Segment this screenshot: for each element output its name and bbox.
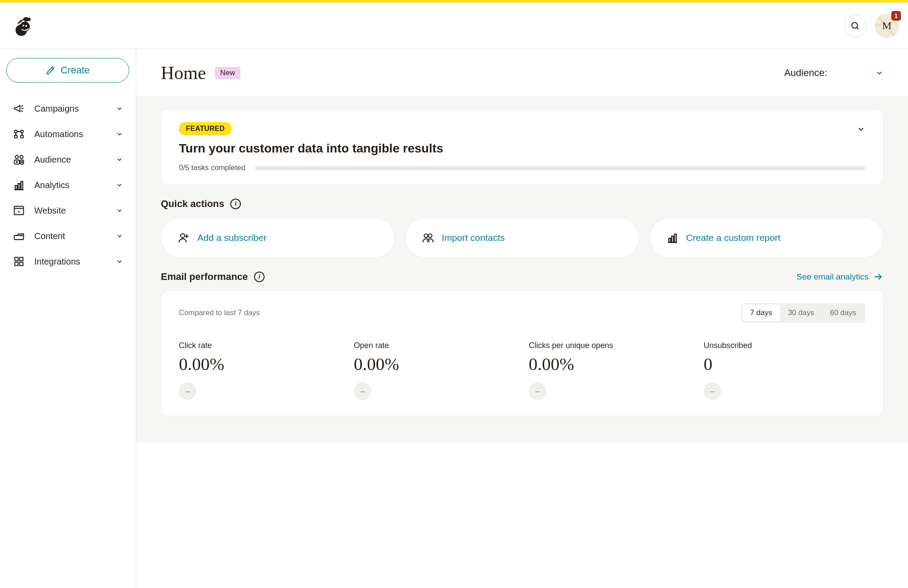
metric-value: 0.00%	[179, 354, 341, 374]
chevron-down-icon	[116, 130, 123, 138]
metric-label: Open rate	[354, 341, 516, 350]
quick-action-label: Create a custom report	[686, 232, 781, 243]
sidebar-item-label: Audience	[34, 155, 107, 165]
create-button-label: Create	[61, 65, 90, 76]
quick-action-add-subscriber[interactable]: Add a subscriber	[161, 218, 395, 258]
tab-7-days[interactable]: 7 days	[742, 305, 780, 321]
metric-unsubscribed: Unsubscribed 0 --	[704, 341, 865, 400]
chevron-down-icon	[116, 105, 123, 113]
svg-point-15	[16, 162, 17, 163]
megaphone-icon	[12, 102, 25, 115]
svg-rect-25	[20, 258, 23, 261]
automations-icon	[12, 127, 25, 141]
svg-point-16	[22, 162, 22, 163]
featured-title: Turn your customer data into tangible re…	[179, 142, 865, 156]
sidebar-item-label: Website	[34, 206, 107, 216]
chevron-down-icon	[116, 207, 123, 214]
sidebar-item-label: Campaigns	[34, 104, 107, 114]
metric-value: 0	[704, 354, 865, 374]
svg-point-12	[20, 156, 23, 159]
sidebar-item-label: Automations	[34, 129, 107, 139]
pencil-icon	[46, 65, 55, 75]
analytics-icon	[12, 178, 25, 192]
sidebar-item-label: Integrations	[34, 257, 107, 267]
metric-label: Clicks per unique opens	[529, 341, 690, 350]
metric-value: 0.00%	[354, 354, 516, 374]
svg-point-28	[181, 234, 185, 238]
sidebar-item-analytics[interactable]: Analytics	[6, 172, 130, 198]
sidebar-item-campaigns[interactable]: Campaigns	[6, 96, 130, 121]
header-bar: M 1	[0, 3, 908, 49]
svg-point-11	[15, 156, 18, 159]
metric-delta: --	[529, 382, 546, 400]
create-button[interactable]: Create	[6, 58, 129, 83]
featured-toggle[interactable]	[857, 125, 865, 134]
progress-bar	[255, 166, 865, 170]
main-header: Home New Audience:	[136, 49, 908, 97]
svg-rect-26	[15, 262, 18, 266]
svg-rect-18	[15, 185, 17, 189]
quick-action-create-report[interactable]: Create a custom report	[650, 218, 883, 258]
featured-tag: FEATURED	[179, 122, 232, 135]
email-performance-title: Email performance	[161, 271, 248, 283]
content-icon	[12, 229, 25, 243]
svg-rect-19	[18, 184, 20, 190]
chevron-down-icon	[116, 181, 123, 189]
avatar-letter: M	[882, 20, 891, 32]
metric-label: Unsubscribed	[704, 341, 865, 350]
chevron-down-icon	[116, 156, 123, 163]
featured-card: FEATURED Turn your customer data into ta…	[161, 109, 883, 185]
quick-actions-title: Quick actions	[161, 198, 224, 210]
report-icon	[666, 231, 679, 244]
sidebar-item-label: Analytics	[34, 180, 107, 190]
svg-point-2	[25, 25, 27, 26]
sidebar-item-automations[interactable]: Automations	[6, 121, 130, 147]
tab-60-days[interactable]: 60 days	[822, 305, 864, 321]
chevron-down-icon	[857, 125, 865, 134]
email-performance-card: Compared to last 7 days 7 days 30 days 6…	[161, 290, 883, 416]
metric-click-rate: Click rate 0.00% --	[179, 341, 341, 400]
svg-rect-20	[21, 181, 23, 190]
info-icon[interactable]: i	[254, 272, 265, 282]
sidebar-item-content[interactable]: Content	[6, 223, 130, 249]
search-icon	[850, 21, 860, 31]
audience-selector[interactable]: Audience:	[784, 67, 883, 79]
quick-action-import-contacts[interactable]: Import contacts	[405, 218, 639, 258]
sidebar-item-integrations[interactable]: Integrations	[6, 249, 130, 274]
chevron-down-icon	[116, 232, 123, 240]
search-button[interactable]	[844, 15, 867, 37]
logo[interactable]	[9, 13, 35, 39]
metric-value: 0.00%	[529, 354, 690, 374]
quick-action-label: Import contacts	[442, 232, 505, 243]
avatar-container: M 1	[875, 14, 899, 38]
tab-30-days[interactable]: 30 days	[780, 305, 822, 321]
metric-open-rate: Open rate 0.00% --	[354, 341, 516, 400]
svg-point-7	[15, 130, 17, 133]
website-icon	[12, 204, 25, 217]
new-badge: New	[215, 67, 240, 79]
sidebar-item-website[interactable]: Website	[6, 198, 130, 223]
audience-label: Audience:	[784, 67, 827, 79]
svg-rect-32	[669, 238, 671, 242]
svg-rect-9	[15, 135, 17, 138]
svg-rect-24	[15, 258, 18, 261]
notification-badge[interactable]: 1	[891, 11, 901, 21]
page-title: Home	[161, 62, 206, 83]
see-link-label: See email analytics	[796, 272, 868, 282]
svg-rect-23	[15, 236, 24, 240]
chevron-down-icon	[116, 258, 123, 265]
arrow-right-icon	[873, 272, 883, 282]
svg-rect-10	[21, 135, 23, 138]
mailchimp-logo-icon	[11, 15, 33, 37]
audience-icon	[12, 153, 25, 166]
integrations-icon	[12, 255, 25, 268]
svg-point-3	[22, 25, 24, 26]
svg-point-29	[424, 234, 428, 237]
svg-point-5	[852, 22, 857, 28]
metric-label: Click rate	[179, 341, 341, 350]
see-email-analytics-link[interactable]: See email analytics	[796, 272, 883, 282]
metric-delta: --	[704, 382, 721, 400]
sidebar-item-label: Content	[34, 231, 107, 241]
info-icon[interactable]: i	[230, 199, 241, 209]
sidebar-item-audience[interactable]: Audience	[6, 147, 130, 172]
